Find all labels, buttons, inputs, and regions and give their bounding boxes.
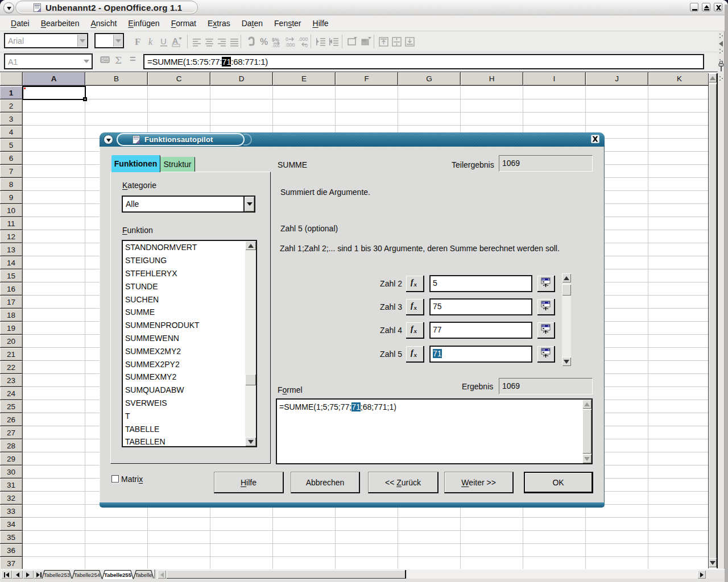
menu-daten[interactable]: Daten [236,19,268,28]
row-header-14[interactable]: 14 [0,256,23,269]
scroll-down-button[interactable] [562,357,571,366]
row-header-5[interactable]: 5 [0,139,23,152]
arg-input-zahl-3[interactable]: 75 [429,298,532,315]
column-header-J[interactable]: J [586,72,648,86]
function-item-summexmy2[interactable]: SUMMEXMY2 [123,371,245,384]
tab-funktionen[interactable]: Funktionen [111,155,160,172]
row-header-31[interactable]: 31 [0,479,23,492]
delete-decimal-icon[interactable]: .0000 [297,35,310,48]
align-center-icon[interactable] [203,35,216,48]
align-right-icon[interactable] [216,35,229,48]
fx-button[interactable]: fx [406,346,424,363]
row-header-13[interactable]: 13 [0,243,23,256]
row-header-19[interactable]: 19 [0,322,23,335]
function-item-steigung[interactable]: STEIGUNG [123,254,245,267]
row-header-6[interactable]: 6 [0,152,23,165]
row-header-34[interactable]: 34 [0,518,23,531]
column-headers[interactable]: ABCDEFGHIJK [23,72,708,86]
row-header-3[interactable]: 3 [0,113,23,126]
button-ok[interactable]: OK [524,472,593,493]
scroll-up-button[interactable] [245,241,256,250]
shrink-button[interactable] [537,346,555,363]
underline-icon[interactable]: U [158,35,171,48]
column-header-B[interactable]: B [85,72,148,86]
font-size-combo[interactable] [94,33,124,48]
scroll-down-button[interactable] [709,558,717,567]
align-vcenter-icon[interactable] [390,35,403,48]
row-header-33[interactable]: 33 [0,505,23,518]
percent-icon[interactable]: % [258,35,271,48]
menu-datei[interactable]: Datei [5,19,35,28]
function-item-summewenn[interactable]: SUMMEWENN [123,332,245,345]
hscroll-right-button[interactable] [697,570,706,579]
function-item-sumquadabw[interactable]: SUMQUADABW [123,384,245,397]
cell-reference-box[interactable]: A1 [4,53,93,69]
window-title-pill[interactable]: Unbenannt2 - OpenOffice.org 1.1 [15,1,198,14]
fx-button[interactable]: fx [406,322,424,339]
row-header-37[interactable]: 37 [0,557,23,569]
function-item-stfehleryx[interactable]: STFEHLERYX [123,267,245,280]
shrink-button[interactable] [537,276,555,292]
bold-icon[interactable]: F [131,35,144,48]
function-listbox[interactable]: STANDNORMVERTSTEIGUNGSTFEHLERYXSTUNDESUC… [122,240,257,447]
align-left-icon[interactable] [191,35,204,48]
window-titlebar[interactable]: Unbenannt2 - OpenOffice.org 1.1 [0,0,728,15]
row-header-20[interactable]: 20 [0,335,23,348]
dialog-menu-button[interactable] [104,135,113,144]
category-dropdown-button[interactable] [243,197,254,211]
function-item-suchen[interactable]: SUCHEN [123,293,245,306]
row-header-23[interactable]: 23 [0,374,23,387]
row-header-16[interactable]: 16 [0,282,23,296]
row-headers[interactable]: 1234567891011121314151617181920212223242… [0,86,23,569]
row-header-24[interactable]: 24 [0,387,23,400]
row-header-21[interactable]: 21 [0,348,23,361]
function-item-tabellen[interactable]: TABELLEN [123,435,245,446]
function-item-stunde[interactable]: STUNDE [123,280,245,293]
select-all-corner[interactable] [0,72,23,86]
row-header-11[interactable]: 11 [0,217,23,230]
column-header-G[interactable]: G [398,72,461,86]
font-combo-dropdown[interactable] [77,35,86,47]
shrink-button[interactable] [537,299,555,315]
row-header-32[interactable]: 32 [0,492,23,505]
row-header-26[interactable]: 26 [0,413,23,426]
row-header-8[interactable]: 8 [0,178,23,191]
row-header-10[interactable]: 10 [0,204,23,217]
decrease-indent-icon[interactable] [315,35,328,48]
formula-scrollbar[interactable] [582,400,592,463]
scroll-up-button[interactable] [582,400,592,409]
arguments-scrollbar[interactable] [562,273,571,366]
function-item-t[interactable]: T [123,409,245,422]
row-header-22[interactable]: 22 [0,361,23,374]
scrollbar-thumb[interactable] [562,284,571,296]
button-zurück[interactable]: << Zurück [368,472,439,493]
sheet-tab-tabelle254[interactable]: Tabelle254 [72,570,102,579]
equals-icon[interactable]: = [130,53,136,65]
align-top-icon[interactable] [377,35,390,48]
align-justify-icon[interactable] [228,35,241,48]
row-header-15[interactable]: 15 [0,269,23,282]
font-name-combo[interactable]: Arial [4,33,88,48]
row-header-25[interactable]: 25 [0,400,23,413]
column-header-E[interactable]: E [273,72,336,86]
menu-einfgen[interactable]: Einfügen [122,19,165,28]
add-decimal-icon[interactable]: 0.000 [284,35,297,48]
fx-button[interactable]: fx [406,276,424,292]
function-item-standnormvert[interactable]: STANDNORMVERT [123,241,245,254]
hscroll-left-button[interactable] [158,570,166,579]
vertical-scrollbar[interactable] [708,73,718,568]
borders-icon[interactable] [346,35,359,48]
function-item-summex2my2[interactable]: SUMMEX2MY2 [123,344,245,357]
font-color-icon[interactable]: A [170,35,183,48]
increase-indent-icon[interactable] [328,35,341,48]
function-item-tabelle[interactable]: TABELLE [123,422,245,435]
row-header-36[interactable]: 36 [0,544,23,557]
menu-hilfe[interactable]: Hilfe [307,19,334,28]
matrix-checkbox[interactable] [111,475,119,483]
menu-ansicht[interactable]: Ansicht [85,19,122,28]
function-item-summenprodukt[interactable]: SUMMENPRODUKT [123,319,245,332]
column-header-I[interactable]: I [523,72,586,86]
menu-bearbeiten[interactable]: Bearbeiten [35,19,85,28]
row-header-18[interactable]: 18 [0,309,23,322]
tab-scrollbar-splitter[interactable] [154,569,155,579]
